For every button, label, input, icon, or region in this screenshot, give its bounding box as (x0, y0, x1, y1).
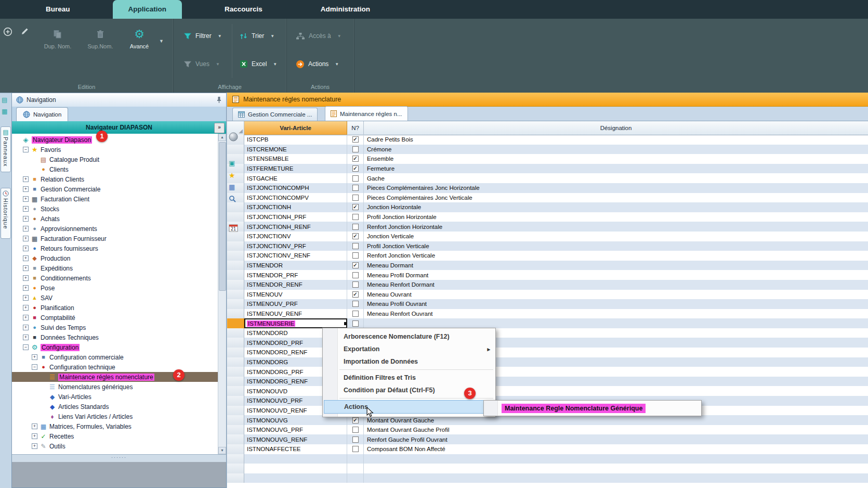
column-header-n[interactable]: N? (347, 121, 364, 135)
table-row[interactable]: ISTMENOUV_PRFMeneau Profil Ouvrant (227, 299, 868, 309)
tree-item-vari-articles[interactable]: ◆Vari-Articles (12, 392, 218, 402)
nomenclature-checkbox[interactable] (352, 436, 359, 443)
table-row[interactable]: ISTJONCTIONV_PRFProfil Jonction Vertical… (227, 241, 868, 251)
context-menu-item-definition-filtres-et-tris[interactable]: Définition Filtres et Tris (323, 371, 495, 384)
nomenclature-checkbox[interactable] (352, 185, 359, 191)
expand-plus-icon[interactable]: + (32, 433, 37, 439)
expand-plus-icon[interactable]: + (32, 443, 37, 449)
access-button[interactable]: Accès à ▼ (293, 29, 345, 43)
nomenclature-checkbox[interactable]: ✓ (352, 156, 359, 162)
access-dropdown-caret[interactable]: ▼ (337, 34, 341, 38)
tree-item-gestion-commerciale[interactable]: +■Gestion Commerciale (12, 184, 218, 194)
menu-tab-bureau[interactable]: Bureau (30, 0, 86, 19)
nomenclature-checkbox[interactable] (352, 243, 359, 249)
context-menu-item-exportation[interactable]: Exportation▸ (323, 343, 495, 355)
nomenclature-checkbox[interactable]: ✓ (352, 165, 359, 172)
table-row[interactable]: ISTENSEMBLE✓Ensemble (227, 154, 868, 164)
expand-plus-icon[interactable]: + (23, 236, 29, 241)
expand-plus-icon[interactable]: + (23, 275, 29, 281)
context-menu-item-arborescence-nomenclature-f12[interactable]: Arborescence Nomenclature (F12) (323, 330, 495, 343)
sup-nom-button[interactable]: Sup.Nom. (81, 24, 120, 58)
table-row[interactable]: ISTFERMETURE✓Fermeture (227, 164, 868, 174)
tree-item-nomenclatures-generiques[interactable]: ☰Nomenclatures génériques (12, 382, 218, 392)
tab-maintenance-regles[interactable]: Maintenance régles n... (325, 106, 408, 121)
avance-dropdown-caret[interactable]: ▼ (159, 38, 164, 44)
table-row[interactable]: ISTJONCTIONV_RENFRenfort Jonction Vertic… (227, 251, 868, 261)
tree-item-favoris[interactable]: −★Favoris (12, 145, 218, 155)
panels-icon[interactable]: ▤ (2, 96, 10, 105)
nomenclature-checkbox[interactable] (352, 320, 359, 327)
menu-tab-application[interactable]: Application (113, 0, 182, 19)
expand-plus-icon[interactable]: + (23, 206, 29, 212)
expand-plus-icon[interactable]: + (23, 265, 29, 271)
expand-plus-icon[interactable]: + (23, 305, 29, 311)
expand-plus-icon[interactable]: + (32, 423, 37, 429)
tree-item-outils[interactable]: +✎Outils (12, 441, 218, 451)
menu-tab-administration[interactable]: Administration (305, 0, 386, 19)
tree-item-sav[interactable]: +▲SAV (12, 293, 218, 303)
tree-item-planification[interactable]: +●Planification (12, 303, 218, 313)
sphere-icon[interactable] (229, 132, 238, 142)
views-dropdown-caret[interactable]: ▼ (216, 62, 220, 67)
expand-plus-icon[interactable]: + (23, 246, 29, 251)
table-row[interactable]: ISTMENDOR_PRFMeneau Profil Dormant (227, 270, 868, 280)
nomenclature-checkbox[interactable]: ✓ (352, 262, 359, 268)
collapse-minus-icon[interactable]: − (23, 344, 29, 350)
side-tab-historique[interactable]: Historique (1, 188, 11, 239)
expand-plus-icon[interactable]: + (23, 216, 29, 222)
star-icon[interactable]: ★ (229, 171, 238, 181)
nomenclature-checkbox[interactable] (352, 195, 359, 201)
context-menu-item-importation-de-donnees[interactable]: Importation de Données (323, 355, 495, 368)
tree-item-configuration-commerciale[interactable]: +■Configuration commerciale (12, 352, 218, 362)
excel-dropdown-caret[interactable]: ▼ (273, 62, 277, 67)
nomenclature-checkbox[interactable]: ✓ (352, 291, 359, 298)
nomenclature-checkbox[interactable]: ✓ (352, 204, 359, 210)
scroll-up-icon[interactable]: ▲ (218, 134, 226, 141)
expand-plus-icon[interactable]: + (23, 176, 29, 182)
filter-dropdown-caret[interactable]: ▼ (218, 34, 222, 38)
table-row[interactable]: ISTMENDOR_RENFMeneau Renfort Dormant (227, 280, 868, 290)
table-row[interactable]: ISTMENDOR✓Meneau Dormant (227, 261, 868, 271)
tree-item-facturation-fournisseur[interactable]: +▦Facturation Fournisseur (12, 234, 218, 243)
table-row[interactable]: ISTJONCTIONV✓Jonction Verticale (227, 232, 868, 241)
tree-item-recettes[interactable]: +✓Recettes (12, 431, 218, 441)
scroll-down-icon[interactable]: ▼ (218, 447, 226, 454)
menu-tab-raccourcis[interactable]: Raccourcis (209, 0, 278, 19)
monitor-icon[interactable]: ▦ (229, 183, 238, 192)
expand-plus-icon[interactable]: + (32, 354, 37, 360)
tree-item-configuration-technique[interactable]: −●Configuration technique (12, 362, 218, 372)
table-row[interactable]: ISTCPB✓Cadre Petits Bois (227, 135, 868, 145)
table-row[interactable]: ISTJONCTIONH_RENFRenfort Jonction Horizo… (227, 222, 868, 232)
expand-plus-icon[interactable]: + (23, 196, 29, 202)
collapse-minus-icon[interactable]: − (32, 364, 37, 370)
nomenclature-checkbox[interactable]: ✓ (352, 417, 359, 423)
tab-navigation[interactable]: Navigation (16, 107, 68, 122)
collapse-minus-icon[interactable]: − (23, 147, 29, 152)
tree-item-pose[interactable]: +●Pose (12, 283, 218, 293)
nomenclature-checkbox[interactable] (352, 146, 359, 152)
expand-plus-icon[interactable]: + (23, 255, 29, 261)
tree-item-catalogue-produit[interactable]: ▤Catalogue Produit (12, 155, 218, 164)
nomenclature-checkbox[interactable] (352, 272, 359, 278)
nomenclature-checkbox[interactable] (352, 311, 359, 317)
new-icon[interactable] (3, 27, 15, 38)
dup-nom-button[interactable]: Dup. Nom. (38, 24, 77, 58)
tree-item-liens-vari-articles-articles[interactable]: ♦Liens Vari Articles / Articles (12, 412, 218, 421)
nomenclature-checkbox[interactable] (352, 301, 359, 307)
expand-plus-icon[interactable]: + (23, 285, 29, 291)
expand-plus-icon[interactable]: + (23, 295, 29, 301)
panel-resize-handle[interactable]: ······ (12, 454, 226, 462)
calendar-21-icon[interactable]: 21 (229, 224, 238, 233)
table-row[interactable]: ISTNONAFFECTEEComposant BOM Non Affecté (227, 444, 868, 454)
table-row[interactable]: ISTMONOUVG_PRFMontant Ouvrant Gauche Pro… (227, 425, 868, 435)
actions-button[interactable]: Actions ▼ (293, 57, 342, 71)
config-box-icon[interactable]: ▣ (229, 159, 238, 169)
side-tab-panneaux[interactable]: ▤ Panneaux (1, 126, 11, 172)
tree-item-facturation-client[interactable]: +▦Facturation Client (12, 194, 218, 204)
layout-icon[interactable]: ▦ (2, 108, 10, 116)
tree-item-approvisionnements[interactable]: +●Approvisionnements (12, 224, 218, 234)
tree-item-navigateur-diapason[interactable]: ◈Navigateur Diapason (12, 135, 218, 145)
tree-item-matrices-formules-variables[interactable]: +▦Matrices, Formules, Variables (12, 421, 218, 431)
table-row[interactable]: ISTJONCTIONH✓Jonction Horizontale (227, 202, 868, 212)
tree-item-retours-fournisseurs[interactable]: +●Retours fournisseurs (12, 243, 218, 253)
